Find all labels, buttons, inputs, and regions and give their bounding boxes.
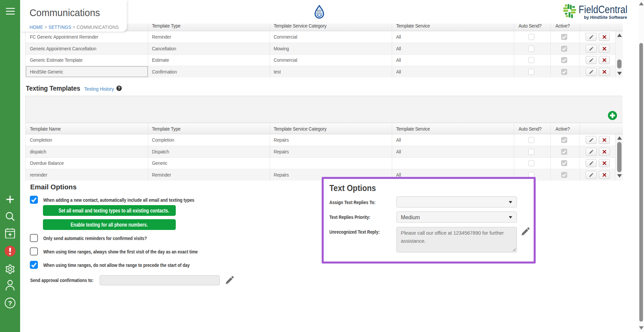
svg-text:Irrigation: Irrigation — [316, 13, 322, 14]
svg-text:?: ? — [8, 300, 12, 307]
